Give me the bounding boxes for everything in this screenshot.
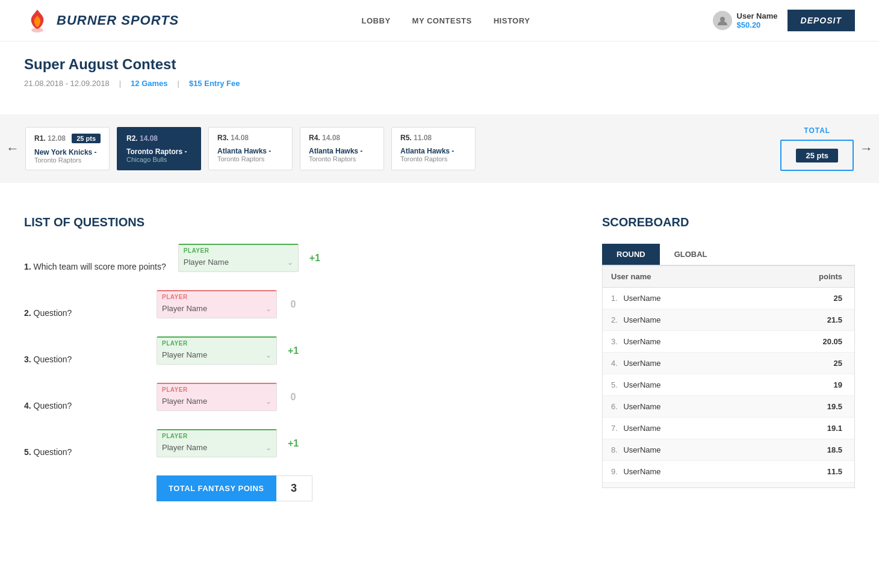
player-dropdown-3[interactable]: Player Name ⌄ — [157, 347, 276, 364]
nav-history[interactable]: HISTORY — [494, 16, 530, 25]
contest-date-range: 21.08.2018 - 12.09.2018 — [24, 79, 110, 88]
player-dropdown-label-1: PLAYER — [179, 245, 298, 254]
contest-meta: 21.08.2018 - 12.09.2018 | 12 Games | $15… — [24, 79, 855, 88]
total-card: 25 pts — [780, 140, 854, 171]
round-card-r2[interactable]: R2. 14.08 Toronto Raptors - Chicago Bull… — [117, 127, 201, 170]
player-dropdown-2[interactable]: Player Name ⌄ — [157, 300, 276, 318]
round-card-r1[interactable]: R1. 12.08 25 pts New York Knicks - Toron… — [25, 127, 110, 170]
player-name-4: Player Name — [162, 397, 207, 406]
round-matchup: Atlanta Hawks - — [309, 147, 375, 155]
round-prev-button[interactable]: ← — [0, 141, 25, 156]
player-dropdown-label-4: PLAYER — [157, 384, 276, 393]
scoreboard-pts-1: 25 — [758, 288, 854, 309]
meta-sep-2: | — [178, 79, 179, 88]
scoreboard-pts-6: 19.5 — [758, 396, 854, 418]
round-matchup: Atlanta Hawks - — [217, 147, 284, 155]
svg-point-1 — [720, 17, 725, 22]
player-dropdown-label-5: PLAYER — [157, 430, 276, 439]
scoreboard-pts-7: 19.1 — [758, 418, 854, 439]
scoreboard-row-1: 1. UserName 25 — [603, 288, 854, 309]
user-info[interactable]: User Name $50.20 — [713, 11, 778, 30]
question-text-2: 2. Question? — [24, 290, 144, 318]
player-dropdown-wrap-2[interactable]: PLAYER Player Name ⌄ — [157, 290, 277, 318]
player-dropdown-wrap-5[interactable]: PLAYER Player Name ⌄ — [157, 429, 277, 457]
round-card-r5[interactable]: R5. 11.08 Atlanta Hawks - Toronto Raptor… — [391, 127, 476, 170]
rounds-list: R1. 12.08 25 pts New York Knicks - Toron… — [25, 127, 768, 170]
scoreboard-scroll-wrap[interactable]: User name points 1. UserName 25 2. UserN… — [602, 265, 855, 488]
chevron-down-icon-2: ⌄ — [266, 305, 272, 313]
player-dropdown-5[interactable]: Player Name ⌄ — [157, 439, 276, 457]
question-text-1: 1. Which team will score more points? — [24, 244, 166, 271]
chevron-down-icon-5: ⌄ — [266, 444, 272, 452]
player-selector-4: PLAYER Player Name ⌄ 0 — [157, 383, 302, 411]
player-dropdown-wrap-3[interactable]: PLAYER Player Name ⌄ — [157, 336, 277, 365]
scoreboard-pts-5: 19 — [758, 374, 854, 396]
nav-lobby[interactable]: LOBBY — [362, 16, 391, 25]
scoreboard-username-2: 2. UserName — [603, 309, 758, 331]
round-matchup-sub: Toronto Raptors — [400, 155, 467, 162]
player-dropdown-wrap-1[interactable]: PLAYER Player Name ⌄ — [178, 244, 299, 272]
scoreboard-pts-4: 25 — [758, 353, 854, 374]
scoreboard-pts-9: 11.5 — [758, 461, 854, 483]
round-label: R2. 14.08 — [126, 134, 158, 143]
question-row-2: 2. Question? PLAYER Player Name ⌄ 0 — [24, 290, 566, 318]
scoreboard-table: User name points 1. UserName 25 2. UserN… — [603, 266, 854, 488]
player-dropdown-4[interactable]: Player Name ⌄ — [157, 393, 276, 410]
chevron-down-icon-1: ⌄ — [287, 258, 293, 267]
scoreboard-username-3: 3. UserName — [603, 331, 758, 353]
score-badge-2: 0 — [284, 299, 302, 310]
round-matchup-sub: Chicago Bulls — [126, 156, 191, 163]
total-fantasy-row: TOTAL FANTASY POINS 3 — [157, 475, 566, 501]
main-layout: LIST OF QUESTIONS 1. Which team will sco… — [24, 215, 855, 501]
scoreboard-tab-round[interactable]: ROUND — [602, 244, 660, 265]
scoreboard-row-4: 4. UserName 25 — [603, 353, 854, 374]
scoreboard-tab-global[interactable]: GLOBAL — [660, 244, 722, 265]
score-badge-3: +1 — [284, 345, 302, 356]
scoreboard-username-10: 10. UserName — [603, 483, 758, 489]
total-fantasy-value: 3 — [276, 475, 312, 501]
round-card-r3[interactable]: R3. 14.08 Atlanta Hawks - Toronto Raptor… — [208, 127, 293, 170]
scoreboard-row-8: 8. UserName 18.5 — [603, 439, 854, 461]
round-matchup: Toronto Raptors - — [126, 147, 191, 156]
avatar — [713, 11, 732, 30]
player-name-3: Player Name — [162, 350, 207, 359]
total-area: TOTAL 25 pts — [780, 126, 854, 171]
round-label: R3. 14.08 — [217, 134, 249, 142]
player-dropdown-1[interactable]: Player Name ⌄ — [179, 254, 298, 271]
col-pts: points — [758, 266, 854, 288]
deposit-button[interactable]: DEPOSIT — [787, 10, 855, 31]
question-row-5: 5. Question? PLAYER Player Name ⌄ +1 — [24, 429, 566, 457]
question-text-5: 5. Question? — [24, 429, 144, 457]
scoreboard-tabs: ROUNDGLOBAL — [602, 244, 855, 265]
round-label: R5. 11.08 — [400, 134, 432, 142]
scoreboard-username-1: 1. UserName — [603, 288, 758, 309]
nav-my-contests[interactable]: MY CONTESTS — [412, 16, 472, 25]
logo-text: BURNER SPORTS — [57, 13, 179, 28]
round-next-button[interactable]: → — [854, 141, 879, 156]
round-matchup: Atlanta Hawks - — [400, 147, 467, 155]
player-name-2: Player Name — [162, 304, 207, 313]
scoreboard-username-6: 6. UserName — [603, 396, 758, 418]
total-fantasy-button[interactable]: TOTAL FANTASY POINS — [157, 475, 276, 501]
player-dropdown-wrap-4[interactable]: PLAYER Player Name ⌄ — [157, 383, 277, 411]
col-username: User name — [603, 266, 758, 288]
player-selector-2: PLAYER Player Name ⌄ 0 — [157, 290, 302, 318]
round-pts-badge: 25 pts — [72, 134, 101, 143]
question-text-3: 3. Question? — [24, 336, 144, 364]
questions-section-title: LIST OF QUESTIONS — [24, 215, 566, 229]
round-matchup: New York Knicks - — [34, 148, 101, 156]
scoreboard-pts-3: 20.05 — [758, 331, 854, 353]
scoreboard-pts-10: 11.5 — [758, 483, 854, 489]
round-matchup-sub: Toronto Raptors — [34, 156, 101, 164]
score-badge-5: +1 — [284, 438, 302, 449]
round-card-r4[interactable]: R4. 14.08 Atlanta Hawks - Toronto Raptor… — [300, 127, 384, 170]
contest-title: Super August Contest — [24, 56, 855, 73]
scoreboard-row-2: 2. UserName 21.5 — [603, 309, 854, 331]
questions-section: LIST OF QUESTIONS 1. Which team will sco… — [24, 215, 566, 501]
round-matchup-sub: Toronto Raptors — [217, 155, 284, 162]
player-dropdown-label-2: PLAYER — [157, 291, 276, 300]
total-label: TOTAL — [804, 126, 830, 135]
question-row-3: 3. Question? PLAYER Player Name ⌄ +1 — [24, 336, 566, 365]
scoreboard-title: SCOREBOARD — [602, 215, 855, 229]
header-right: User Name $50.20 DEPOSIT — [713, 10, 855, 31]
